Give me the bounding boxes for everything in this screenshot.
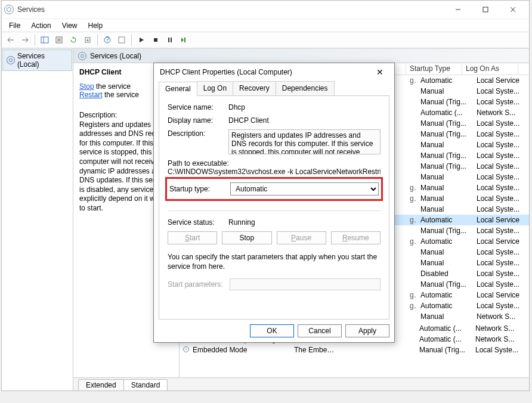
start-params-input — [230, 278, 381, 290]
gear-icon — [78, 52, 86, 60]
export-button[interactable] — [81, 33, 94, 46]
svg-rect-18 — [168, 38, 169, 42]
gear-icon — [7, 56, 15, 64]
refresh-button[interactable] — [67, 33, 80, 46]
service-name-value: Dhcp — [228, 103, 381, 111]
svg-rect-21 — [184, 38, 185, 42]
menu-view[interactable]: View — [57, 20, 82, 31]
dialog-tabs: General Log On Recovery Dependencies — [154, 81, 394, 95]
startup-type-label: Startup type: — [169, 185, 227, 193]
svg-rect-19 — [171, 38, 172, 42]
svg-marker-20 — [181, 38, 184, 42]
display-name-label: Display name: — [168, 116, 225, 125]
col-logon[interactable]: Log On As — [462, 63, 518, 75]
minimize-button[interactable] — [444, 1, 472, 18]
col-startup[interactable]: Startup Type — [406, 63, 462, 75]
svg-rect-1 — [483, 7, 488, 12]
dialog-buttons: OK Cancel Apply — [154, 320, 394, 342]
cancel-button[interactable]: Cancel — [298, 324, 342, 337]
pause-service-button[interactable] — [163, 33, 177, 46]
start-button: Start — [168, 231, 217, 244]
restart-link[interactable]: Restart — [79, 91, 103, 99]
tab-extended[interactable]: Extended — [78, 379, 124, 390]
dialog-close-button[interactable]: ✕ — [372, 64, 388, 80]
tree-root-item[interactable]: Services (Local) — [2, 49, 72, 71]
svg-rect-15 — [119, 37, 125, 43]
back-button[interactable] — [4, 33, 17, 46]
dialog-title: DHCP Client Properties (Local Computer) — [160, 68, 372, 76]
apply-button[interactable]: Apply — [345, 324, 389, 337]
status-label: Service status: — [168, 218, 225, 227]
tab-recovery[interactable]: Recovery — [233, 81, 276, 95]
tree-pane: Services (Local) — [2, 49, 73, 390]
service-name-label: Service name: — [168, 103, 225, 111]
startup-type-select[interactable]: Automatic — [230, 182, 379, 196]
svg-marker-16 — [140, 38, 144, 42]
status-value: Running — [228, 218, 381, 227]
tab-dependencies[interactable]: Dependencies — [276, 81, 335, 95]
toolbar: ? — [2, 32, 529, 48]
menu-help[interactable]: Help — [83, 20, 108, 31]
svg-rect-6 — [41, 37, 48, 43]
display-name-value: DHCP Client — [228, 116, 381, 125]
close-button[interactable] — [499, 1, 527, 18]
menu-action[interactable]: Action — [26, 20, 55, 31]
start-params-label: Start parameters: — [168, 280, 225, 289]
table-row[interactable]: Embedded ModeThe Embed...Manual (Trig...… — [180, 345, 529, 355]
pause-button: Pause — [277, 231, 326, 244]
description-text[interactable]: Registers and updates IP addresses and D… — [228, 129, 381, 154]
start-service-button[interactable] — [135, 33, 148, 46]
path-label: Path to executable: — [168, 159, 381, 168]
path-value: C:\WINDOWS\system32\svchost.exe -k Local… — [168, 168, 381, 176]
tab-general[interactable]: General — [159, 82, 197, 96]
note-text: You can specify the start parameters tha… — [168, 253, 381, 271]
menubar: File Action View Help — [2, 18, 529, 32]
stop-link[interactable]: Stop — [79, 82, 94, 91]
maximize-button[interactable] — [472, 1, 499, 18]
ok-button[interactable]: OK — [250, 324, 294, 337]
menu-file[interactable]: File — [4, 20, 25, 31]
tab-standard[interactable]: Standard — [123, 379, 168, 390]
services-icon — [4, 5, 14, 14]
description-label: Description: — [168, 129, 225, 138]
forward-button[interactable] — [18, 33, 32, 46]
tree-root-label: Services (Local) — [17, 52, 68, 69]
tab-logon[interactable]: Log On — [197, 81, 233, 95]
svg-rect-17 — [154, 38, 157, 42]
help-button[interactable]: ? — [101, 33, 114, 46]
resume-button: Resume — [331, 231, 381, 244]
startup-highlight: Startup type: Automatic — [165, 177, 383, 201]
restart-service-button[interactable] — [178, 33, 191, 46]
svg-text:?: ? — [106, 36, 110, 44]
bottom-tabs: Extended Standard — [73, 377, 529, 390]
main-header: Services (Local) — [73, 49, 529, 63]
main-header-title: Services (Local) — [90, 52, 141, 60]
window-title: Services — [17, 5, 444, 14]
stop-button[interactable]: Stop — [222, 231, 271, 244]
titlebar: Services — [2, 1, 529, 18]
dialog-titlebar: DHCP Client Properties (Local Computer) … — [154, 63, 394, 81]
show-hide-tree-button[interactable] — [38, 33, 51, 46]
stop-service-button[interactable] — [149, 33, 162, 46]
props-button[interactable] — [115, 33, 128, 46]
properties-dialog: DHCP Client Properties (Local Computer) … — [153, 63, 395, 343]
properties-button[interactable] — [52, 33, 66, 46]
dialog-body: Service name: Dhcp Display name: DHCP Cl… — [159, 95, 389, 320]
